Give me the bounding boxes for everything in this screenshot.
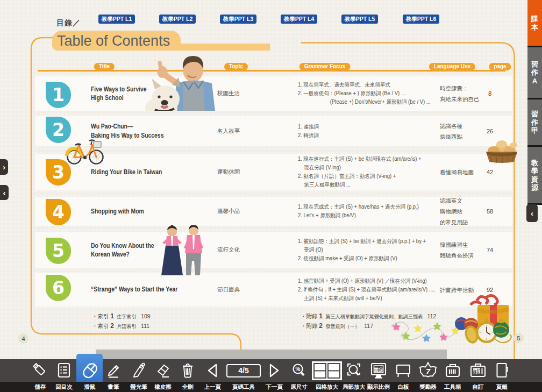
toc-row-1: 1Five Ways to SurviveHigh School校園生活1. 現… [35,76,512,111]
svg-text:%: % [296,366,301,372]
tool-label: 原尺寸 [287,383,311,391]
index-entry-1: ・索引 1生字索引109 [92,312,151,320]
toc-row-4: 4Shopping with Mom溫馨小品1. 現在完成式：主詞 (S) + … [35,197,512,226]
page-circle-left: 4 [18,333,28,344]
page-counter: 4/5 [226,361,261,377]
tool-label: 頁碼工具 [229,383,258,391]
section-label: 目錄／ [56,18,81,28]
svg-text:自訂: 自訂 [472,369,482,374]
tab-label-char: A [532,77,537,85]
column-header-grammar-focus: Grammar Focus [299,63,351,70]
unit-language-use: 看懂簡易地圖 [440,154,485,190]
four-grid-icon [312,361,342,383]
tool-label: 畫筆 [101,383,126,391]
language-use-line: 時空膠囊： [440,83,485,94]
language-use-line: 認識英文 [440,195,485,206]
header-underline [38,70,505,72]
bicycle-illustration [65,139,105,165]
tool-label: 儲存 [28,383,53,391]
page-title: Table of Contents [57,33,170,49]
highlighter-icon [129,361,148,382]
unit-topic: 運動休閒 [217,154,266,190]
gifts-illustration [390,293,515,348]
unit-language-use: 時空膠囊：寫給未來的自己 [440,76,485,111]
tool-highlighter[interactable]: 螢光筆 [126,359,151,392]
tool-pencil[interactable]: 畫筆 [101,359,126,392]
tool-whiteboard[interactable]: 白板 [391,359,416,392]
unit-topic: 流行文化 [217,232,266,268]
tool-custom-case[interactable]: 自訂自訂 [466,359,490,392]
toc-row-5: 5Do You Know About theKorean Wave?流行文化1.… [35,232,512,268]
tool-page-counter[interactable]: 4/5頁碼工具 [229,359,258,392]
language-use-line: 體驗角色扮演 [440,250,485,261]
tab-label-char: 源 [531,183,538,192]
title-line: Riding Your Bike in Taiwan [91,168,220,177]
tool-label: 白板 [391,383,416,391]
title-line: Wu Pao-Chun— [91,122,220,131]
tool-label: 下一頁 [262,383,287,391]
unit-language-use: 認識各種烘焙西點 [440,116,485,146]
tab-label-char: 習 [531,60,538,69]
side-tab-1[interactable]: 課本 [527,0,542,47]
tool-bookmark[interactable]: 頁籤 [489,359,514,392]
tool-contents-list[interactable]: 回目次 [52,359,76,392]
unit-number-badge: 4 [46,199,71,225]
title-line: Shopping with Mom [91,207,220,216]
contents-list-icon [54,361,74,382]
tool-zoom-original[interactable]: %原尺寸 [287,359,311,392]
reward-star-icon: 7 [416,361,440,384]
unit-title: Shopping with Mom [91,197,220,226]
unit-topic: 校園生活 [217,76,266,111]
unit-topic: 名人故事 [217,116,266,146]
column-header-page: page [489,63,511,70]
usb-save-icon [31,361,50,382]
tool-eraser[interactable]: 橡皮擦 [151,359,175,392]
svg-text:固定: 固定 [374,367,384,373]
pencil-icon [104,361,123,382]
unit-number-badge: 6 [46,275,71,301]
tool-trash[interactable]: 全刪 [175,359,200,392]
korean-couple-illustration [152,225,215,276]
tool-display-ratio[interactable]: 固定顯示比例 [364,359,393,392]
zoom-original-icon: % [289,361,309,382]
left-expand-arrow[interactable]: › [0,159,8,175]
tool-four-grid[interactable]: 四格放大 [312,359,341,392]
unit-topic: 溫馨小品 [217,197,266,226]
language-use-line: 看懂簡易地圖 [440,167,485,177]
ppt-button-l1[interactable]: 教學PPT L1 [98,15,135,24]
tab-label-char: 資 [531,175,538,184]
man-with-dog-illustration [133,52,222,111]
tool-label: 顯示比例 [364,383,393,391]
toolbox-icon [443,361,463,382]
unit-title: “Strange” Ways to Start the Year [91,273,220,307]
tool-label: 頁籤 [489,383,514,391]
toc-row-3: 3Riding Your Bike in Taiwan運動休閒1. 現在進行式：… [35,154,512,190]
trash-icon [178,361,197,382]
tool-toolbox[interactable]: 工具箱 [440,359,465,392]
right-collapse-arrow[interactable]: ‹ [526,204,538,222]
ppt-button-l3[interactable]: 教學PPT L3 [220,15,256,24]
tool-prev-triangle[interactable]: 上一頁 [200,359,225,392]
ppt-button-l6[interactable]: 教學PPT L6 [403,15,439,24]
tool-label: 滑鼠 [77,383,102,391]
side-tab-3[interactable]: 習作甲 [527,99,542,147]
tool-label: 回目次 [52,383,76,391]
whiteboard-icon [393,361,413,382]
display-ratio-icon: 固定 [367,361,390,384]
ppt-button-l4[interactable]: 教學PPT L4 [281,15,317,24]
ppt-button-l2[interactable]: 教學PPT L2 [159,15,196,24]
ppt-button-l5[interactable]: 教學PPT L5 [341,15,378,24]
tab-label-char: 課 [531,15,538,23]
tool-mouse[interactable]: 滑鼠 [77,359,102,392]
column-header-topic: Topic [224,63,248,70]
zoom-partial-icon [344,361,364,382]
tool-reward-star[interactable]: 7獎勵器 [416,359,440,392]
side-tab-2[interactable]: 習作A [527,47,542,99]
tool-label: 螢光筆 [126,383,151,391]
tool-usb-save[interactable]: 儲存 [28,359,53,392]
tool-next-triangle[interactable]: 下一頁 [262,359,287,392]
unit-language-use: 韓國練習生體驗角色扮演 [440,232,485,268]
side-tab-4[interactable]: 教學資源 [527,147,542,205]
tab-label-char: 本 [531,23,538,32]
left-collapse-arrow[interactable]: ‹ [0,185,9,200]
